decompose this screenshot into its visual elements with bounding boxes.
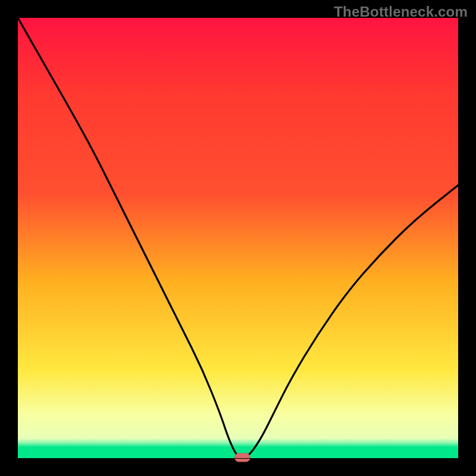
chart-frame: TheBottleneck.com (0, 0, 476, 476)
bottleneck-chart (0, 0, 476, 476)
optimal-point-marker (234, 453, 250, 462)
watermark: TheBottleneck.com (334, 4, 468, 20)
svg-rect-0 (18, 18, 458, 458)
